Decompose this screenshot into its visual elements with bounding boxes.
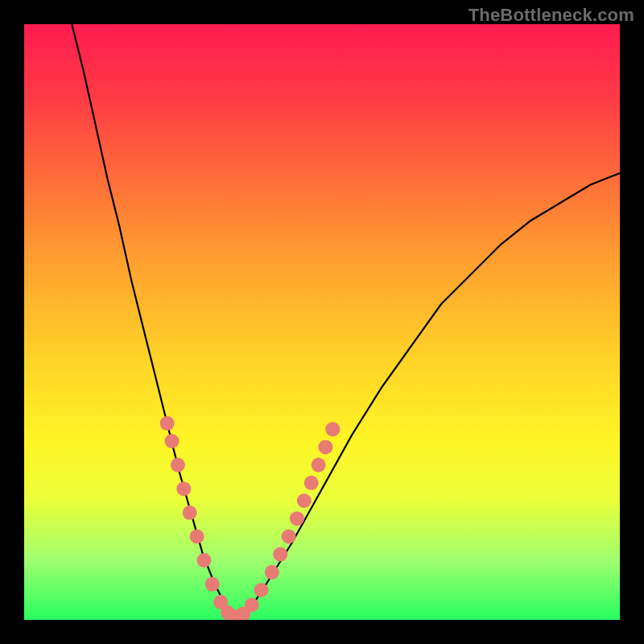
marker-dot (282, 529, 296, 543)
marker-dot (312, 458, 326, 473)
marker-dot (245, 598, 259, 613)
marker-dot (254, 583, 269, 597)
watermark-text: TheBottleneck.com (469, 5, 634, 26)
marker-dot (160, 416, 175, 431)
marker-dot (190, 529, 204, 543)
chart-frame: TheBottleneck.com (0, 0, 644, 644)
marker-dot (171, 458, 185, 473)
bottleneck-curve (72, 24, 620, 620)
marker-dot (304, 476, 319, 490)
marker-dot (290, 511, 304, 526)
marker-dot (176, 481, 191, 496)
marker-dot (325, 422, 340, 436)
plot-area (24, 24, 620, 620)
marker-dot (318, 440, 332, 454)
marker-dot (183, 506, 197, 520)
curve-svg (24, 24, 620, 620)
marker-dot (297, 493, 312, 508)
highlighted-points-group (160, 416, 341, 620)
marker-dot (273, 547, 287, 562)
marker-dot (197, 553, 212, 568)
marker-dot (205, 577, 220, 592)
marker-dot (265, 565, 279, 580)
marker-dot (165, 434, 180, 448)
